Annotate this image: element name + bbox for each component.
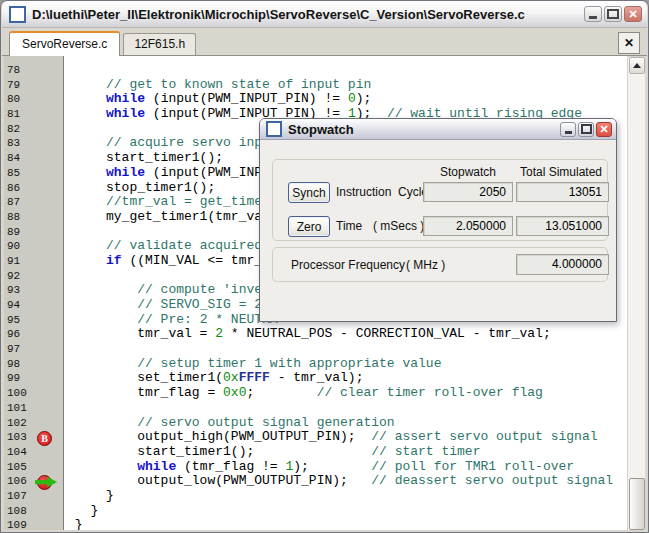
line-number: 82 (4, 122, 63, 137)
line-number: 100 (4, 386, 63, 401)
code-line: start_timer1(); // start timer (67, 445, 627, 460)
line-number: 101 (4, 401, 63, 416)
frequency-label: Processor Frequency (291, 258, 405, 272)
column-header-stopwatch: Stopwatch (423, 165, 513, 179)
code-line: } (67, 489, 627, 504)
stopwatch-value-field: 2050 (423, 182, 513, 202)
line-number: 91 (4, 254, 63, 269)
code-line: tmr_flag = 0x0; // clear timer roll-over… (67, 386, 627, 401)
tab-bar: ServoReverse.c 12F615.h ✕ (2, 28, 647, 56)
stopwatch-value-field: 2.050000 (423, 216, 513, 236)
close-icon: ✕ (628, 9, 637, 20)
line-number: 105 (4, 460, 63, 475)
column-header-total-simulated: Total Simulated (513, 165, 609, 179)
line-number: 92 (4, 269, 63, 284)
code-line (67, 401, 627, 416)
line-number: 108 (4, 504, 63, 519)
maximize-icon (581, 124, 592, 134)
close-icon: ✕ (599, 124, 608, 135)
row-label: Time (336, 219, 362, 233)
scroll-up-button[interactable] (629, 57, 645, 74)
frequency-group: Processor Frequency ( MHz ) 4.000000 (272, 247, 608, 282)
window-titlebar[interactable]: D:\luethi\Peter_II\Elektronik\Microchip\… (2, 1, 647, 28)
row-label: Instruction Cycles (336, 185, 434, 199)
close-tab-button[interactable]: ✕ (618, 32, 640, 54)
code-line: // setup timer 1 with appropriate value (67, 357, 627, 372)
line-number: 104 (4, 445, 63, 460)
code-line (67, 63, 627, 78)
line-number: 84 (4, 151, 63, 166)
line-number: 96 (4, 327, 63, 342)
tab-servoreverse[interactable]: ServoReverse.c (9, 31, 120, 56)
code-line: output_high(PWM_OUTPUT_PIN); // assert s… (67, 430, 627, 445)
editor-window: D:\luethi\Peter_II\Elektronik\Microchip\… (0, 0, 649, 533)
tab-close-icon: ✕ (624, 36, 634, 50)
stopwatch-title: Stopwatch (288, 122, 560, 137)
line-number: 98 (4, 357, 63, 372)
minimize-button[interactable] (584, 6, 602, 22)
stopwatch-titlebar[interactable]: Stopwatch ✕ (260, 119, 616, 140)
line-number: 78 (4, 63, 63, 78)
screenshot-root: D:\luethi\Peter_II\Elektronik\Microchip\… (0, 0, 649, 533)
code-line: tmr_val = 2 * NEUTRAL_POS - CORRECTION_V… (67, 327, 627, 342)
code-line: } (67, 518, 627, 530)
code-line: // servo output signal generation (67, 416, 627, 431)
line-number: 80 (4, 92, 63, 107)
line-number: 85 (4, 166, 63, 181)
line-number: 79 (4, 78, 63, 93)
zero-button[interactable]: Zero (288, 216, 330, 237)
line-number: 90 (4, 239, 63, 254)
current-execution-marker[interactable] (37, 475, 61, 490)
stopwatch-minimize-button[interactable] (560, 122, 576, 137)
stopwatch-dialog: Stopwatch ✕ Stopwatch Total Simulated Sy… (259, 118, 617, 322)
line-number: 109 (4, 518, 63, 530)
breakpoint-icon[interactable]: B (37, 431, 52, 446)
synch-button[interactable]: Synch (288, 182, 330, 203)
line-number: 83 (4, 136, 63, 151)
maximize-button[interactable] (604, 6, 622, 22)
code-line: while (input(PWM_INPUT_PIN) != 0); (67, 92, 627, 107)
minimize-icon (565, 131, 572, 134)
caption-buttons: ✕ (584, 6, 642, 22)
line-number: 95 (4, 313, 63, 328)
total-simulated-value-field: 13.051000 (516, 216, 609, 236)
scrollbar-thumb[interactable] (629, 478, 645, 530)
vertical-scrollbar[interactable] (627, 57, 645, 530)
close-button[interactable]: ✕ (624, 6, 642, 22)
frequency-field: 4.000000 (516, 254, 609, 275)
line-number: 87 (4, 195, 63, 210)
code-line: set_timer1(0xFFFF - tmr_val); (67, 371, 627, 386)
line-number: 86 (4, 181, 63, 196)
tab-12f615[interactable]: 12F615.h (123, 33, 196, 55)
line-number: 81 (4, 107, 63, 122)
stopwatch-maximize-button[interactable] (578, 122, 594, 137)
total-simulated-value-field: 13051 (516, 182, 609, 202)
stopwatch-group: Stopwatch Total Simulated SynchInstructi… (272, 159, 608, 241)
maximize-icon (607, 9, 619, 19)
line-number-gutter: 7879808182838485868788899091929394959697… (4, 56, 64, 530)
stopwatch-close-button[interactable]: ✕ (596, 122, 612, 137)
line-number: 94 (4, 298, 63, 313)
window-title: D:\luethi\Peter_II\Elektronik\Microchip\… (32, 7, 580, 22)
line-number: 99 (4, 371, 63, 386)
code-line: output_low(PWM_OUTPUT_PIN); // deassert … (67, 474, 627, 489)
row-unit-label: ( mSecs ) (373, 219, 424, 233)
frequency-unit-label: ( MHz ) (406, 258, 445, 272)
minimize-icon (589, 16, 597, 19)
line-number: 102 (4, 416, 63, 431)
code-line: while (tmr_flag != 1); // poll for TMR1 … (67, 460, 627, 475)
line-number: 107 (4, 489, 63, 504)
code-line (67, 342, 627, 357)
line-number: 97 (4, 342, 63, 357)
code-line: } (67, 504, 627, 519)
scroll-up-icon (633, 63, 641, 68)
line-number: 93 (4, 283, 63, 298)
document-icon (9, 6, 26, 23)
line-number: 103 (4, 430, 63, 445)
code-line: // get to known state of input pin (67, 78, 627, 93)
line-number: 88 (4, 210, 63, 225)
line-number: 89 (4, 225, 63, 240)
stopwatch-icon (266, 121, 282, 137)
